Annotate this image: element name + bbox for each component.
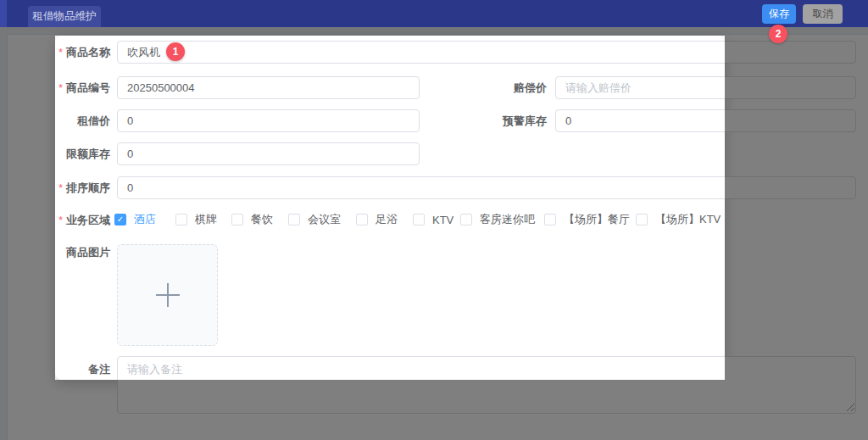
annotation-badge-1: 1: [166, 42, 185, 61]
checkbox-label: 【场所】餐厅: [564, 212, 630, 227]
checkbox-icon: [460, 214, 472, 226]
checkbox-ktv[interactable]: KTV: [413, 213, 453, 226]
checkbox-chess[interactable]: 棋牌: [175, 213, 217, 226]
checkbox-label: 足浴: [376, 212, 398, 227]
checkbox-label: 【场所】KTV: [655, 212, 721, 227]
image-upload-dropzone[interactable]: [117, 244, 218, 346]
checkbox-hotel[interactable]: 酒店: [114, 213, 156, 226]
compensation-price-label: 赔偿价: [420, 76, 547, 99]
checkbox-minibar[interactable]: 客房迷你吧: [460, 213, 535, 226]
app-root: 租借物品维护 保存 取消 商品名称 商品编号 赔偿价 租借价 预警库存 限额库存…: [0, 0, 868, 440]
checkbox-label: 棋牌: [195, 212, 217, 227]
checkbox-icon: [288, 214, 300, 226]
warning-stock-label: 预警库存: [420, 109, 547, 132]
checkbox-icon: [636, 214, 648, 226]
checkbox-label: 会议室: [308, 212, 341, 227]
checkbox-icon: [356, 214, 368, 226]
modal-overlay: [725, 27, 868, 440]
checkbox-icon: [114, 214, 126, 226]
modal-overlay: [55, 380, 725, 440]
modal-overlay: [55, 27, 725, 36]
limit-stock-input[interactable]: [117, 142, 420, 165]
checkbox-meeting-room[interactable]: 会议室: [288, 213, 341, 226]
plus-icon: [156, 283, 180, 307]
checkbox-icon: [231, 214, 243, 226]
checkbox-label: 客房迷你吧: [480, 212, 535, 227]
checkbox-dining[interactable]: 餐饮: [231, 213, 273, 226]
header-bar: 租借物品维护 保存 取消: [0, 0, 868, 27]
save-button[interactable]: 保存: [762, 4, 796, 24]
cancel-button[interactable]: 取消: [803, 4, 843, 24]
sidebar-edge: [0, 0, 7, 27]
product-code-input[interactable]: [117, 76, 420, 99]
modal-overlay: [0, 27, 55, 440]
checkbox-foot-bath[interactable]: 足浴: [356, 213, 398, 226]
checkbox-venue-restaurant[interactable]: 【场所】餐厅: [544, 213, 630, 226]
checkbox-label: 酒店: [134, 212, 156, 227]
checkbox-label: KTV: [432, 214, 453, 226]
checkbox-icon: [413, 214, 425, 226]
tab-rental-item-maintenance[interactable]: 租借物品维护: [28, 6, 101, 27]
checkbox-icon: [544, 214, 556, 226]
rental-price-input[interactable]: [117, 109, 420, 132]
checkbox-venue-ktv[interactable]: 【场所】KTV: [636, 213, 721, 226]
checkbox-label: 餐饮: [251, 212, 273, 227]
annotation-badge-2: 2: [769, 25, 787, 43]
checkbox-icon: [175, 214, 187, 226]
